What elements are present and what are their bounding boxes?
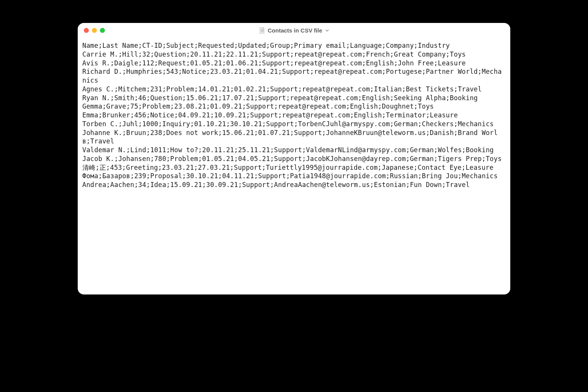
minimize-button[interactable] bbox=[92, 28, 97, 33]
window-title-group[interactable]: Contacts in CSV file bbox=[259, 27, 329, 34]
close-button[interactable] bbox=[84, 28, 89, 33]
chevron-down-icon bbox=[325, 28, 329, 33]
window-title: Contacts in CSV file bbox=[268, 27, 322, 34]
window-titlebar: Contacts in CSV file bbox=[78, 23, 510, 37]
maximize-button[interactable] bbox=[100, 28, 105, 33]
window-controls bbox=[84, 28, 105, 33]
text-editor-window: Contacts in CSV file Name;Last Name;CT-I… bbox=[78, 23, 510, 294]
text-content-area[interactable]: Name;Last Name;CT-ID;Subject;Requested;U… bbox=[78, 37, 510, 294]
document-icon bbox=[259, 27, 265, 34]
